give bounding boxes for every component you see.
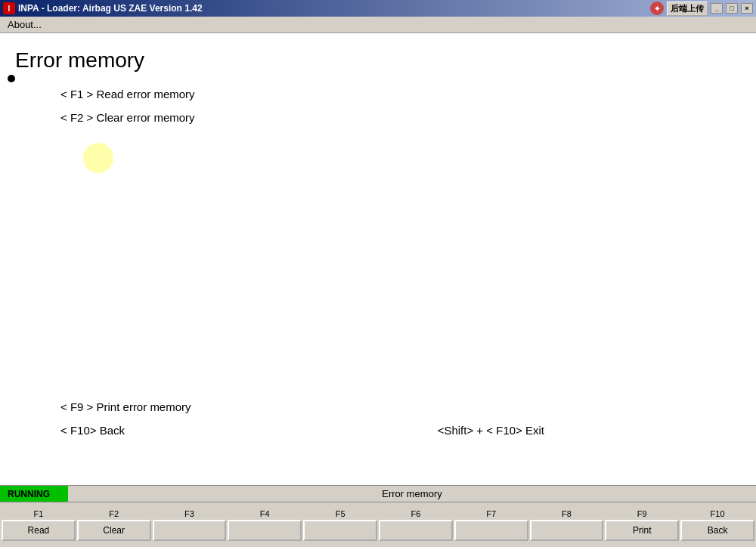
fkey-label-f3: F3 bbox=[184, 509, 194, 518]
title-bar-left: I INPA - Loader: Airbag US ZAE Version 1… bbox=[3, 2, 203, 14]
close-button[interactable]: × bbox=[741, 3, 753, 14]
bottom-entries: < F9 > Print error memory < F10> Back bbox=[60, 400, 191, 447]
fkey-label-f6: F6 bbox=[411, 509, 420, 518]
menu-about[interactable]: About... bbox=[3, 17, 46, 32]
menu-entry-f2[interactable]: < F2 > Clear error memory bbox=[60, 111, 741, 124]
fkey-col-f4: F4 bbox=[228, 509, 302, 541]
fkey-label-f9: F9 bbox=[637, 509, 647, 518]
fkey-label-f4: F4 bbox=[260, 509, 270, 518]
menu-bar: About... bbox=[0, 17, 756, 33]
chinese-upload-btn[interactable]: 后端上传 bbox=[667, 2, 708, 16]
fkey-btn-f5[interactable] bbox=[303, 520, 377, 541]
fkey-btn-f8[interactable] bbox=[530, 520, 604, 541]
fkey-col-f9: F9Print bbox=[605, 509, 679, 541]
fkey-col-f8: F8 bbox=[530, 509, 604, 541]
fkey-btn-f2[interactable]: Clear bbox=[77, 520, 151, 541]
fkey-label-f5: F5 bbox=[336, 509, 345, 518]
fkey-col-f5: F5 bbox=[303, 509, 377, 541]
fkey-label-f7: F7 bbox=[486, 509, 496, 518]
status-bar: RUNNING Error memory bbox=[0, 485, 756, 502]
title-bar: I INPA - Loader: Airbag US ZAE Version 1… bbox=[0, 0, 756, 17]
main-content: Error memory < F1 > Read error memory < … bbox=[0, 33, 756, 485]
fkey-btn-f3[interactable] bbox=[153, 520, 227, 541]
fkey-label-f2: F2 bbox=[109, 509, 119, 518]
fkey-col-f1: F1Read bbox=[2, 509, 76, 541]
menu-entries: < F1 > Read error memory < F2 > Clear er… bbox=[60, 88, 741, 124]
menu-entry-f10[interactable]: < F10> Back bbox=[60, 424, 191, 437]
title-bar-controls: ✦ 后端上传 _ □ × bbox=[650, 2, 753, 16]
title-extra-icon: ✦ bbox=[650, 2, 664, 15]
f9-key-label: < F9 > bbox=[60, 400, 97, 413]
fkey-col-f3: F3 bbox=[153, 509, 227, 541]
fkey-btn-f4[interactable] bbox=[228, 520, 302, 541]
minimize-button[interactable]: _ bbox=[711, 3, 723, 14]
fkey-label-f8: F8 bbox=[562, 509, 572, 518]
f1-key-label: < F1 > bbox=[60, 88, 97, 100]
fkey-btn-f9[interactable]: Print bbox=[605, 520, 679, 541]
fkey-col-f2: F2Clear bbox=[77, 509, 151, 541]
fkey-btn-f10[interactable]: Back bbox=[680, 520, 754, 541]
fkey-btn-f1[interactable]: Read bbox=[2, 520, 76, 541]
f2-key-label: < F2 > bbox=[60, 111, 97, 124]
f1-action-label: Read error memory bbox=[97, 88, 195, 100]
fkey-label-f10: F10 bbox=[711, 509, 725, 518]
app-icon: I bbox=[3, 2, 15, 14]
fkey-btn-f6[interactable] bbox=[379, 520, 453, 541]
f9-action-label: Print error memory bbox=[97, 400, 191, 413]
fkey-col-f7: F7 bbox=[454, 509, 528, 541]
indicator-dot bbox=[8, 75, 15, 82]
page-title: Error memory bbox=[15, 48, 741, 73]
f10-key-label: < F10> bbox=[60, 424, 100, 437]
fkey-col-f10: F10Back bbox=[680, 509, 754, 541]
maximize-button[interactable]: □ bbox=[726, 3, 738, 14]
f10-action-label: Back bbox=[100, 424, 125, 437]
fkey-label-f1: F1 bbox=[33, 509, 43, 518]
status-label: Error memory bbox=[68, 488, 756, 499]
fkey-col-f6: F6 bbox=[379, 509, 453, 541]
menu-entry-f9[interactable]: < F9 > Print error memory bbox=[60, 400, 191, 413]
menu-entry-f1[interactable]: < F1 > Read error memory bbox=[60, 88, 741, 100]
cursor-highlight bbox=[83, 143, 113, 173]
shift-f10-shortcut: <Shift> + < F10> Exit bbox=[438, 424, 544, 437]
window-title: INPA - Loader: Airbag US ZAE Version 1.4… bbox=[18, 3, 203, 14]
f2-action-label: Clear error memory bbox=[97, 111, 195, 124]
fkey-btn-f7[interactable] bbox=[454, 520, 528, 541]
running-indicator: RUNNING bbox=[0, 486, 68, 502]
fkey-bar: F1ReadF2ClearF3F4F5F6F7F8F9PrintF10Back bbox=[0, 502, 756, 547]
